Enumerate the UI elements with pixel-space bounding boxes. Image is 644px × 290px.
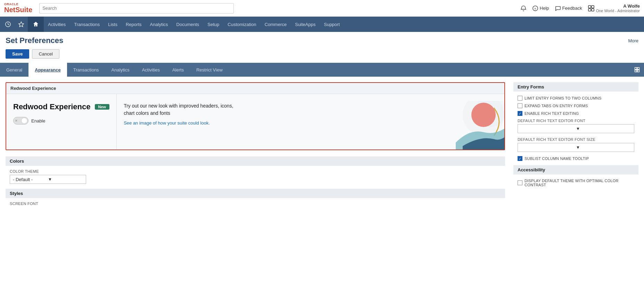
nav-activities[interactable]: Activities	[44, 17, 70, 32]
enable-toggle[interactable]: ✕	[13, 117, 28, 125]
enable-rich-text-checkbox[interactable]: ✓	[518, 111, 522, 116]
color-theme-arrow-icon: ▼	[48, 177, 83, 182]
tab-collapse-button[interactable]	[630, 63, 644, 77]
help-label: Help	[540, 6, 549, 11]
favorites-button[interactable]	[15, 17, 28, 32]
redwood-experience-section: Redwood Experience Redwood Experience Ne…	[6, 82, 505, 150]
enable-rich-text-row: ✓ ENABLE RICH TEXT EDITING	[513, 110, 638, 117]
default-font-size-arrow-icon: ▼	[576, 145, 631, 150]
more-link[interactable]: More	[628, 38, 638, 43]
limit-two-columns-checkbox[interactable]	[518, 96, 522, 101]
screen-font-label: SCREEN FONT	[10, 202, 501, 206]
nav-bar: Activities Transactions Lists Reports An…	[0, 17, 644, 32]
nav-suiteapps[interactable]: SuiteApps	[291, 17, 320, 32]
nav-documents[interactable]: Documents	[172, 17, 204, 32]
redwood-illustration	[435, 101, 504, 150]
color-theme-label: COLOR THEME	[10, 169, 501, 173]
tab-analytics[interactable]: Analytics	[105, 63, 136, 77]
default-font-size-select[interactable]: ▼	[518, 143, 634, 152]
display-default-theme-label: DISPLAY DEFAULT THEME WITH OPTIMAL COLOR…	[525, 179, 634, 187]
main-content: Redwood Experience Redwood Experience Ne…	[0, 77, 644, 218]
default-font-label: DEFAULT RICH TEXT EDITOR FONT	[518, 119, 634, 123]
sublist-tooltip-checkbox[interactable]: ✓	[518, 156, 522, 161]
styles-section-header: Styles	[6, 189, 505, 198]
svg-point-16	[471, 103, 496, 127]
styles-section: Styles SCREEN FONT	[6, 189, 505, 212]
color-theme-select[interactable]: - Default - ▼	[10, 175, 86, 184]
svg-rect-10	[635, 68, 637, 70]
recent-button[interactable]	[1, 17, 15, 32]
tab-appearance[interactable]: Appearance	[28, 63, 67, 77]
svg-rect-4	[588, 6, 591, 8]
svg-rect-13	[637, 70, 639, 72]
default-font-size-group: DEFAULT RICH TEXT EDITOR FONT SIZE ▼	[513, 136, 638, 155]
toggle-x-icon: ✕	[15, 119, 18, 122]
svg-rect-12	[635, 70, 637, 72]
tab-alerts[interactable]: Alerts	[166, 63, 190, 77]
expand-tabs-row: EXPAND TABS ON ENTRY FORMS	[513, 102, 638, 110]
save-button[interactable]: Save	[6, 49, 29, 59]
redwood-title-row: Redwood Experience New	[13, 102, 109, 111]
new-badge: New	[95, 104, 110, 110]
search-bar[interactable]	[39, 3, 234, 14]
logo: ORACLE NetSuite	[4, 3, 32, 14]
accessibility-section: Accessibility DISPLAY DEFAULT THEME WITH…	[513, 165, 638, 188]
home-button[interactable]	[28, 17, 44, 32]
limit-two-columns-label: LIMIT ENTRY FORMS TO TWO COLUMNS	[525, 96, 602, 100]
svg-rect-6	[588, 9, 591, 11]
redwood-section-header: Redwood Experience	[6, 83, 504, 94]
tab-activities[interactable]: Activities	[136, 63, 166, 77]
nav-analytics[interactable]: Analytics	[146, 17, 172, 32]
enable-label: Enable	[31, 118, 45, 123]
tabs-bar: General Appearance Transactions Analytic…	[0, 63, 644, 77]
redwood-right-panel: Try out our new look with improved heade…	[117, 94, 504, 150]
nav-setup[interactable]: Setup	[203, 17, 223, 32]
nav-support[interactable]: Support	[320, 17, 344, 32]
action-bar: Save Cancel	[0, 48, 644, 63]
nav-commerce[interactable]: Commerce	[261, 17, 291, 32]
toggle-circle	[21, 118, 27, 124]
search-input[interactable]	[42, 6, 231, 11]
nav-reports[interactable]: Reports	[122, 17, 146, 32]
nav-transactions[interactable]: Transactions	[70, 17, 104, 32]
top-bar: ORACLE NetSuite ? Help	[0, 0, 644, 17]
redwood-description: Try out our new look with improved heade…	[124, 102, 235, 117]
enable-rich-text-label: ENABLE RICH TEXT EDITING	[525, 111, 579, 116]
tab-restrict-view[interactable]: Restrict View	[190, 63, 229, 77]
expand-tabs-checkbox[interactable]	[518, 103, 522, 108]
tab-transactions[interactable]: Transactions	[67, 63, 105, 77]
display-default-theme-checkbox[interactable]	[518, 180, 522, 185]
feedback-button[interactable]: Feedback	[555, 5, 582, 11]
svg-rect-7	[592, 9, 594, 11]
redwood-left-panel: Redwood Experience New ✕ Enable	[6, 94, 117, 150]
accessibility-header: Accessibility	[513, 165, 638, 174]
svg-rect-5	[592, 6, 594, 8]
user-role: One World - Administrator	[596, 9, 640, 13]
top-bar-right: ? Help Feedback A Wolfe One World - Admi…	[520, 3, 640, 13]
entry-forms-section: Entry Forms LIMIT ENTRY FORMS TO TWO COL…	[513, 82, 638, 162]
tab-general[interactable]: General	[0, 63, 28, 77]
nav-customization[interactable]: Customization	[223, 17, 260, 32]
color-theme-value: - Default -	[13, 177, 48, 182]
default-font-select[interactable]: ▼	[518, 124, 634, 133]
enable-row: ✕ Enable	[13, 117, 109, 125]
oracle-label: ORACLE	[4, 3, 32, 6]
user-menu[interactable]: A Wolfe One World - Administrator	[588, 3, 640, 13]
notifications-button[interactable]	[520, 5, 527, 11]
netsuite-label: NetSuite	[4, 6, 32, 14]
entry-forms-header: Entry Forms	[513, 82, 638, 92]
default-font-size-label: DEFAULT RICH TEXT EDITOR FONT SIZE	[518, 137, 634, 142]
cancel-button[interactable]: Cancel	[32, 49, 59, 59]
redwood-title: Redwood Experience	[13, 102, 91, 111]
help-button[interactable]: ? Help	[532, 5, 549, 11]
page-title: Set Preferences	[6, 36, 63, 45]
user-name: A Wolfe	[623, 3, 640, 9]
redwood-box-body: Redwood Experience New ✕ Enable Try out …	[6, 94, 504, 150]
feedback-label: Feedback	[562, 6, 582, 11]
limit-two-columns-row: LIMIT ENTRY FORMS TO TWO COLUMNS	[513, 94, 638, 102]
right-panel: Entry Forms LIMIT ENTRY FORMS TO TWO COL…	[513, 82, 638, 212]
expand-tabs-label: EXPAND TABS ON ENTRY FORMS	[525, 104, 588, 108]
default-font-arrow-icon: ▼	[576, 126, 631, 131]
svg-text:?: ?	[534, 7, 536, 10]
nav-lists[interactable]: Lists	[104, 17, 122, 32]
